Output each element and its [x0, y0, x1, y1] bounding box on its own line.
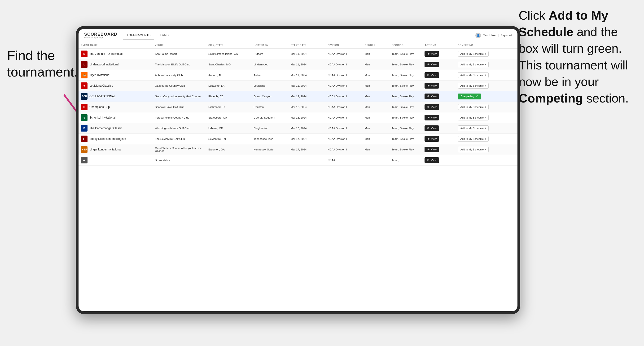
plus-icon: + [484, 127, 486, 130]
add-to-schedule-button[interactable]: Add to My Schedule + [458, 51, 489, 57]
eye-icon: 👁 [427, 95, 430, 98]
city-cell: Saint Simons Island, GA [206, 49, 251, 59]
table-row: ⚜ Louisiana Classics Oakbourne Country C… [78, 81, 518, 91]
hosted-cell: Georgia Southern [251, 112, 288, 123]
competing-cell: Add to My Schedule + [456, 102, 518, 112]
add-to-schedule-button[interactable]: Add to My Schedule + [458, 104, 489, 110]
competing-cell [456, 155, 518, 166]
competing-cell: Add to My Schedule + [456, 112, 518, 123]
competing-cell: Add to My Schedule + [456, 134, 518, 144]
plus-icon: + [484, 52, 486, 55]
hosted-cell: Lindenwood [251, 59, 288, 70]
division-cell: NCAA Division I [325, 134, 362, 144]
date-cell: Mar 17, 2024 [288, 144, 326, 155]
right-annotation: Click Add to My Schedule and the box wil… [519, 7, 634, 107]
competing-button[interactable]: Competing ✓ [458, 94, 481, 99]
city-cell: Saint Charles, MO [206, 59, 251, 70]
hosted-cell: Grand Canyon [251, 91, 288, 102]
venue-cell: The Missouri Bluffs Golf Club [152, 59, 206, 70]
scoring-cell: Team, Stroke Play [389, 112, 422, 123]
view-button[interactable]: 👁 View [424, 51, 439, 57]
actions-cell: 👁 View [422, 59, 455, 70]
competing-cell: Add to My Schedule + [456, 81, 518, 91]
competing-cell: Competing ✓ [456, 91, 518, 102]
add-to-schedule-button[interactable]: Add to My Schedule + [458, 72, 489, 78]
scoring-cell: Team, Stroke Play [389, 144, 422, 155]
actions-cell: 👁 View [422, 102, 455, 112]
actions-cell: 👁 View [422, 81, 455, 91]
division-cell: NCAA Division I [325, 102, 362, 112]
event-name: Louisiana Classics [90, 84, 113, 87]
actions-cell: 👁 View [422, 144, 455, 155]
plus-icon: + [484, 84, 486, 87]
eye-icon: 👁 [427, 116, 430, 119]
plus-icon: + [484, 74, 486, 77]
division-cell: NCAA Division I [325, 49, 362, 59]
team-logo: R [81, 50, 88, 57]
event-cell: KSU Linger Longer Invitational [81, 146, 150, 153]
division-cell: NCAA Division I [325, 123, 362, 134]
event-name: Schenkel Invitational [90, 116, 116, 119]
hosted-cell: Binghamton [251, 123, 288, 134]
scoring-cell: Team, Stroke Play [389, 70, 422, 81]
venue-cell: Oakbourne Country Club [152, 81, 206, 91]
city-cell: Auburn, AL [206, 70, 251, 81]
competing-cell: Add to My Schedule + [456, 70, 518, 81]
eye-icon: 👁 [427, 52, 430, 55]
view-button[interactable]: 👁 View [424, 83, 439, 89]
city-cell: Lafayette, LA [206, 81, 251, 91]
view-button[interactable]: 👁 View [424, 104, 439, 110]
team-logo: ◆ [81, 157, 88, 164]
sign-out-link[interactable]: Sign out [500, 33, 512, 37]
tab-tournaments[interactable]: TOURNAMENTS [123, 31, 154, 39]
gender-cell: Men [362, 123, 389, 134]
gender-cell: Men [362, 112, 389, 123]
tab-teams[interactable]: TEAMS [154, 31, 172, 39]
actions-cell: 👁 View [422, 49, 455, 59]
tablet-screen: SCOREBOARD Powered by clippd TOURNAMENTS… [78, 29, 518, 311]
event-name: Linger Longer Invitational [90, 148, 121, 151]
add-to-schedule-button[interactable]: Add to My Schedule + [458, 62, 489, 67]
scoring-cell: Team, Stroke Play [389, 102, 422, 112]
eye-icon: 👁 [427, 63, 430, 66]
view-button[interactable]: 👁 View [424, 62, 439, 67]
event-cell: R The Johnnie - O Individual [81, 50, 150, 57]
hosted-cell [251, 155, 288, 166]
city-cell: Phoenix, AZ [206, 91, 251, 102]
venue-cell: Great Waters Course At Reynolds Lake Oco… [152, 144, 206, 155]
col-header-hosted: HOSTED BY [251, 42, 288, 49]
view-button[interactable]: 👁 View [424, 157, 439, 163]
venue-cell: The Sevierville Golf Club [152, 134, 206, 144]
event-name: Bobby Nichols Intercollegiate [90, 137, 126, 141]
hosted-cell: Kennesaw State [251, 144, 288, 155]
add-to-schedule-button[interactable]: Add to My Schedule + [458, 136, 489, 142]
eye-icon: 👁 [427, 148, 430, 151]
add-to-schedule-button[interactable]: Add to My Schedule + [458, 115, 489, 120]
view-button[interactable]: 👁 View [424, 136, 439, 142]
view-button[interactable]: 👁 View [424, 125, 439, 131]
plus-icon: + [484, 106, 486, 108]
table-row: R The Johnnie - O Individual Sea Palms R… [78, 49, 518, 59]
competing-cell: Add to My Schedule + [456, 123, 518, 134]
view-button[interactable]: 👁 View [424, 94, 439, 99]
city-cell [206, 155, 251, 166]
add-to-schedule-button[interactable]: Add to My Schedule + [458, 125, 489, 131]
team-logo: 🐯 [81, 72, 88, 78]
event-name: The Johnnie - O Individual [90, 52, 122, 55]
gender-cell: Men [362, 144, 389, 155]
division-cell: NCAA Division I [325, 59, 362, 70]
hosted-cell: Tennessee Tech [251, 134, 288, 144]
eye-icon: 👁 [427, 159, 430, 162]
view-button[interactable]: 👁 View [424, 115, 439, 120]
add-to-schedule-button[interactable]: Add to My Schedule + [458, 147, 489, 152]
city-cell: Urbana, MD [206, 123, 251, 134]
competing-cell: Add to My Schedule + [456, 49, 518, 59]
find-tournament-text: Find the tournament. [7, 48, 78, 79]
view-button[interactable]: 👁 View [424, 147, 439, 152]
left-annotation: Find the tournament. [7, 47, 73, 80]
view-button[interactable]: 👁 View [424, 72, 439, 78]
actions-cell: 👁 View [422, 123, 455, 134]
add-to-schedule-button[interactable]: Add to My Schedule + [458, 83, 489, 89]
col-header-division: DIVISION [325, 42, 362, 49]
table-row: B The Carpetbagger Classic Worthington M… [78, 123, 518, 134]
